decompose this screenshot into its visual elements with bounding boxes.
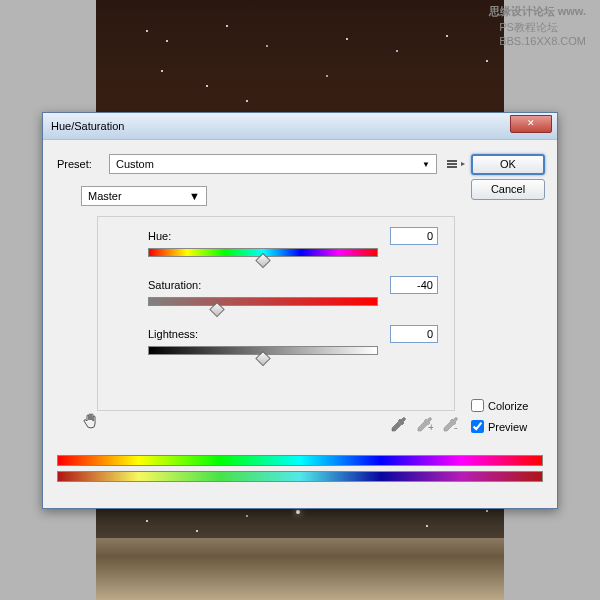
lightness-input[interactable] <box>390 325 438 343</box>
hue-saturation-dialog: Hue/Saturation ✕ Preset: Custom ▼ Master… <box>42 112 558 509</box>
chevron-down-icon: ▼ <box>189 190 200 202</box>
ok-button[interactable]: OK <box>471 154 545 175</box>
titlebar[interactable]: Hue/Saturation ✕ <box>43 113 557 140</box>
watermark-top: 思缘设计论坛 www. <box>489 4 586 19</box>
eyedropper-minus-icon[interactable]: - <box>443 416 459 432</box>
colorize-label: Colorize <box>488 400 528 412</box>
colorize-checkbox[interactable] <box>471 399 484 412</box>
cancel-button[interactable]: Cancel <box>471 179 545 200</box>
close-button[interactable]: ✕ <box>510 115 552 133</box>
svg-text:+: + <box>428 421 433 432</box>
channel-value: Master <box>88 190 122 202</box>
hue-label: Hue: <box>148 230 171 242</box>
hue-slider[interactable] <box>148 248 378 262</box>
chevron-down-icon: ▼ <box>422 160 430 169</box>
preset-dropdown[interactable]: Custom ▼ <box>109 154 437 174</box>
hand-tool-icon[interactable] <box>81 411 103 437</box>
lightness-slider[interactable] <box>148 346 378 360</box>
hue-input[interactable] <box>390 227 438 245</box>
preview-checkbox[interactable] <box>471 420 484 433</box>
eyedropper-icon[interactable] <box>391 416 407 432</box>
eyedropper-plus-icon[interactable]: + <box>417 416 433 432</box>
spectrum-after <box>57 471 543 482</box>
preview-label: Preview <box>488 421 527 433</box>
lightness-label: Lightness: <box>148 328 198 340</box>
preset-value: Custom <box>116 158 154 170</box>
spectrum-strips <box>43 455 557 482</box>
saturation-input[interactable] <box>390 276 438 294</box>
dialog-title: Hue/Saturation <box>51 120 124 132</box>
saturation-slider[interactable] <box>148 297 378 311</box>
spectrum-before <box>57 455 543 466</box>
preset-label: Preset: <box>57 158 103 170</box>
canvas-terrain <box>96 538 504 600</box>
svg-text:-: - <box>454 421 458 432</box>
sliders-panel: Hue: Saturation: <box>97 216 455 411</box>
saturation-label: Saturation: <box>148 279 201 291</box>
channel-dropdown[interactable]: Master ▼ <box>81 186 207 206</box>
preset-menu-icon[interactable] <box>443 156 461 172</box>
watermark-bottom: PS教程论坛 BBS.16XX8.COM <box>499 20 586 47</box>
